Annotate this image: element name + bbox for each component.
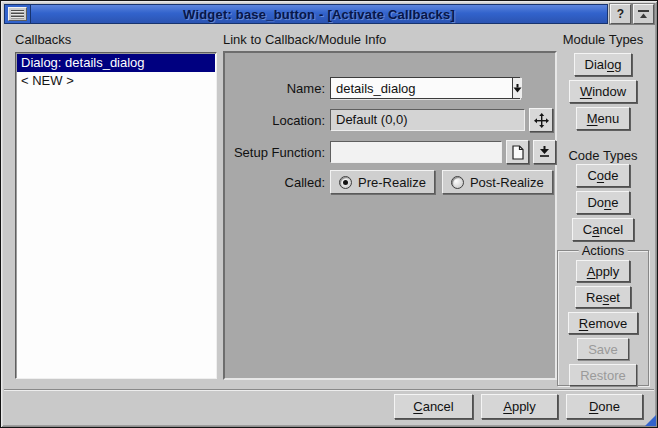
menu-icon — [11, 10, 24, 19]
pre-realize-label: Pre-Realize — [358, 175, 426, 190]
resize-corner-handle[interactable] — [645, 415, 656, 426]
callbacks-label: Callbacks — [15, 32, 71, 47]
dropdown-arrow-icon — [513, 84, 522, 93]
titlebar: Widget: base_button - [Activate Callback… — [4, 4, 654, 24]
shade-button[interactable] — [633, 4, 654, 24]
shade-icon — [637, 9, 650, 19]
called-row: Called: Pre-Realize Post-Realize — [227, 170, 560, 194]
document-icon — [512, 145, 524, 160]
post-realize-label: Post-Realize — [470, 175, 544, 190]
location-label: Location: — [227, 113, 325, 128]
app-window: Widget: base_button - [Activate Callback… — [0, 0, 658, 428]
footer-separator — [4, 389, 654, 391]
window-title: Widget: base_button - [Activate Callback… — [31, 4, 608, 24]
name-label: Name: — [227, 81, 325, 96]
cancel-button[interactable]: Cancel — [394, 394, 473, 419]
location-value: Default (0,0) — [330, 109, 525, 131]
window-menu-button[interactable] — [4, 4, 31, 24]
name-combo-arrow-button[interactable] — [512, 78, 522, 98]
module-menu-button[interactable]: Menu — [576, 107, 631, 130]
list-item[interactable]: Dialog: details_dialog — [17, 54, 215, 72]
setup-function-row: Setup Function: — [227, 140, 556, 164]
module-types-label: Module Types — [553, 32, 653, 47]
pre-realize-radio[interactable]: Pre-Realize — [330, 170, 435, 194]
name-row: Name: — [227, 76, 520, 100]
window-menu-face — [8, 7, 27, 21]
new-code-button[interactable] — [506, 140, 529, 164]
module-window-button[interactable]: Window — [569, 80, 637, 103]
help-button[interactable]: ? — [610, 4, 631, 24]
save-action-button: Save — [577, 338, 629, 360]
code-button[interactable]: Code — [576, 164, 629, 187]
list-item[interactable]: < NEW > — [17, 72, 215, 90]
actions-group-label: Actions — [579, 243, 628, 258]
name-input[interactable] — [331, 78, 512, 98]
cancel-code-button[interactable]: Cancel — [572, 218, 634, 241]
radio-unselected-icon — [451, 176, 464, 189]
name-combo — [330, 77, 520, 99]
setup-function-input[interactable] — [331, 142, 501, 162]
restore-action-button: Restore — [569, 364, 637, 386]
module-types-group: Dialog Window Menu — [557, 53, 649, 130]
setup-function-label: Setup Function: — [227, 145, 325, 160]
arrow-to-bar-icon — [539, 146, 550, 158]
module-dialog-button[interactable]: Dialog — [574, 53, 633, 76]
radio-selected-icon — [339, 176, 352, 189]
location-picker-button[interactable] — [529, 108, 553, 132]
actions-group: Actions Apply Reset Remove Save Restore — [557, 250, 649, 386]
location-row: Location: Default (0,0) — [227, 108, 553, 132]
apply-action-button[interactable]: Apply — [576, 260, 631, 282]
code-types-label: Code Types — [553, 148, 653, 163]
apply-button[interactable]: Apply — [481, 394, 558, 419]
callback-info-panel: Name: Location: Default (0,0) — [223, 51, 557, 380]
remove-action-button[interactable]: Remove — [568, 312, 638, 334]
actions-buttons: Apply Reset Remove Save Restore — [558, 251, 648, 386]
done-button[interactable]: Done — [576, 191, 629, 214]
setup-function-field — [330, 141, 502, 163]
post-realize-radio[interactable]: Post-Realize — [442, 170, 553, 194]
called-label: Called: — [227, 175, 325, 190]
reset-action-button[interactable]: Reset — [575, 286, 631, 308]
code-types-group: Code Done Cancel — [557, 164, 649, 241]
move-arrows-icon — [534, 113, 549, 128]
done-footer-button[interactable]: Done — [566, 394, 643, 419]
callbacks-list[interactable]: Dialog: details_dialog < NEW > — [15, 52, 217, 379]
info-panel-label: Link to Callback/Module Info — [223, 32, 386, 47]
